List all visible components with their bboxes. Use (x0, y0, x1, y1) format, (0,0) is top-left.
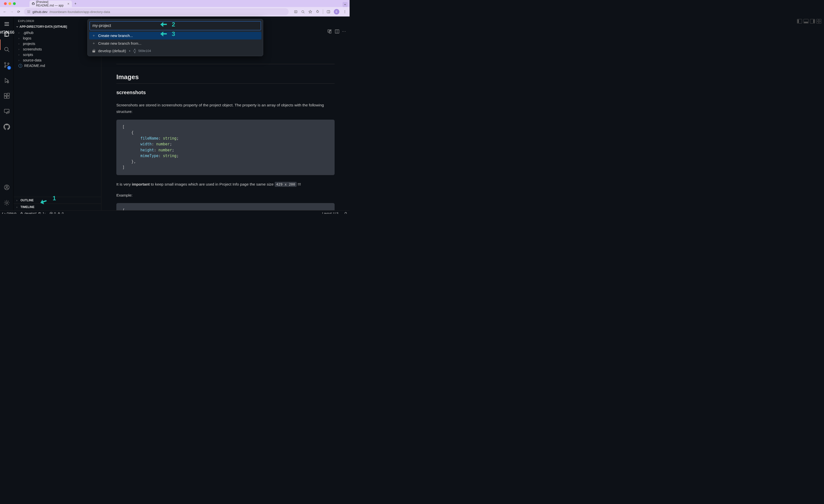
arrow-left-icon (160, 22, 168, 27)
outline-section-header[interactable]: › OUTLINE (13, 197, 101, 204)
svg-line-13 (7, 51, 9, 52)
lock-icon (20, 212, 23, 214)
profile-avatar[interactable]: E (334, 9, 339, 14)
error-icon (49, 212, 53, 214)
annotation-3: 3 (160, 30, 175, 37)
chevron-right-icon: › (16, 199, 19, 202)
github-favicon-icon (32, 2, 34, 5)
notifications-button[interactable] (344, 212, 347, 214)
remote-indicator[interactable]: GitHub (2, 212, 16, 214)
code-block: [ { fileName: string; width: number; hei… (116, 120, 335, 175)
svg-rect-36 (21, 213, 22, 214)
info-icon: i (18, 64, 22, 68)
minimize-window-icon[interactable] (8, 2, 11, 5)
close-window-icon[interactable] (4, 2, 7, 5)
tree-folder[interactable]: ›source-data (13, 58, 101, 63)
chevron-right-icon: › (18, 37, 21, 40)
bookmark-icon[interactable] (308, 10, 312, 14)
keyboard-layout-indicator[interactable]: Layout: U.S. (322, 212, 339, 214)
chrome-dropdown-button[interactable] (342, 2, 347, 7)
accounts-button[interactable] (0, 182, 13, 192)
svg-rect-0 (27, 11, 28, 11)
github-tab[interactable] (0, 122, 13, 132)
gear-icon (3, 200, 10, 206)
svg-point-31 (6, 202, 8, 204)
svg-line-6 (304, 12, 304, 13)
explorer-tab[interactable] (0, 29, 13, 39)
install-app-icon[interactable] (294, 10, 298, 14)
remote-icon (2, 212, 5, 214)
browser-tab-title: [Preview] README.md — app (36, 0, 66, 7)
create-branch-from-option[interactable]: ＋ Create new branch from... (89, 39, 262, 47)
reload-button[interactable]: ⟳ (17, 10, 20, 14)
window-controls[interactable] (2, 2, 16, 5)
svg-point-10 (344, 11, 345, 12)
chevron-right-icon: › (18, 31, 21, 34)
svg-rect-21 (4, 96, 6, 98)
plus-icon: ＋ (92, 33, 96, 38)
search-icon (3, 46, 10, 53)
svg-point-14 (4, 63, 5, 64)
close-tab-icon[interactable]: × (68, 2, 70, 6)
branch-develop-option[interactable]: develop (default) • 569e104 (89, 47, 262, 55)
remote-explorer-tab[interactable] (0, 106, 13, 116)
chevron-right-icon: › (18, 54, 21, 56)
extensions-icon[interactable] (316, 10, 319, 14)
sync-icon (38, 212, 41, 214)
svg-rect-22 (7, 96, 9, 98)
show-source-icon[interactable] (327, 29, 332, 34)
source-control-tab[interactable]: 1 (0, 60, 13, 70)
zoom-icon[interactable] (301, 10, 305, 14)
sidepanel-icon[interactable] (327, 10, 330, 14)
scm-badge: 1 (7, 66, 11, 70)
svg-rect-32 (328, 30, 330, 32)
editor-actions: ··· (327, 29, 346, 34)
new-tab-button[interactable]: + (75, 1, 76, 5)
search-tab[interactable] (0, 44, 13, 55)
arrow-left-icon (40, 198, 48, 205)
run-debug-tab[interactable] (0, 76, 13, 85)
branch-name-input[interactable] (90, 21, 261, 30)
menu-button[interactable] (0, 19, 13, 29)
commit-icon (133, 50, 136, 52)
heading-screenshots: screenshots (116, 90, 335, 97)
paragraph: It is very important to keep small image… (116, 181, 335, 188)
maximize-window-icon[interactable] (13, 2, 16, 5)
lock-icon (92, 49, 96, 53)
create-branch-option[interactable]: ＋ Create new branch... (89, 32, 262, 39)
problems-indicator[interactable]: 0 0 (49, 212, 64, 214)
chevron-right-icon: › (18, 48, 21, 51)
account-icon (3, 184, 10, 191)
browser-tab[interactable]: [Preview] README.md — app × (29, 0, 72, 7)
annotation-2: 2 (160, 21, 175, 28)
svg-point-15 (4, 66, 5, 68)
branch-picker-palette: ＋ Create new branch... ＋ Create new bran… (87, 19, 263, 56)
back-button[interactable]: ← (3, 10, 6, 14)
more-actions-icon[interactable]: ··· (342, 29, 346, 34)
browser-chrome: [Preview] README.md — app × + ← → ⟳ gith… (0, 0, 349, 16)
svg-point-16 (7, 63, 9, 64)
address-bar[interactable]: github.dev/moonbeam-foundation/app-direc… (24, 8, 289, 15)
svg-point-30 (6, 186, 7, 188)
heading-images: Images (116, 73, 335, 84)
play-icon (3, 77, 10, 84)
menu-icon[interactable] (343, 10, 346, 14)
paragraph: Example: (116, 192, 335, 199)
branch-indicator[interactable]: develop* 1↓ (20, 212, 46, 214)
code-block: { "fileName": "moonwell-screenshot-small… (116, 203, 335, 210)
svg-point-11 (344, 12, 345, 13)
warning-icon (57, 212, 61, 214)
chevron-right-icon: › (18, 42, 21, 45)
url-host: github.dev (32, 10, 47, 14)
forward-button[interactable]: → (10, 10, 13, 14)
site-settings-icon[interactable] (27, 10, 30, 13)
chevron-down-icon (16, 25, 18, 28)
timeline-section-header[interactable]: › TIMELINE (13, 204, 101, 210)
settings-button[interactable] (0, 198, 13, 208)
split-editor-icon[interactable] (335, 29, 339, 34)
svg-rect-1 (29, 11, 30, 11)
tree-file-readme[interactable]: iREADME.md (13, 63, 101, 69)
extensions-tab[interactable] (0, 91, 13, 101)
extensions-icon (3, 93, 10, 99)
activity-bar: 1 (0, 16, 13, 210)
